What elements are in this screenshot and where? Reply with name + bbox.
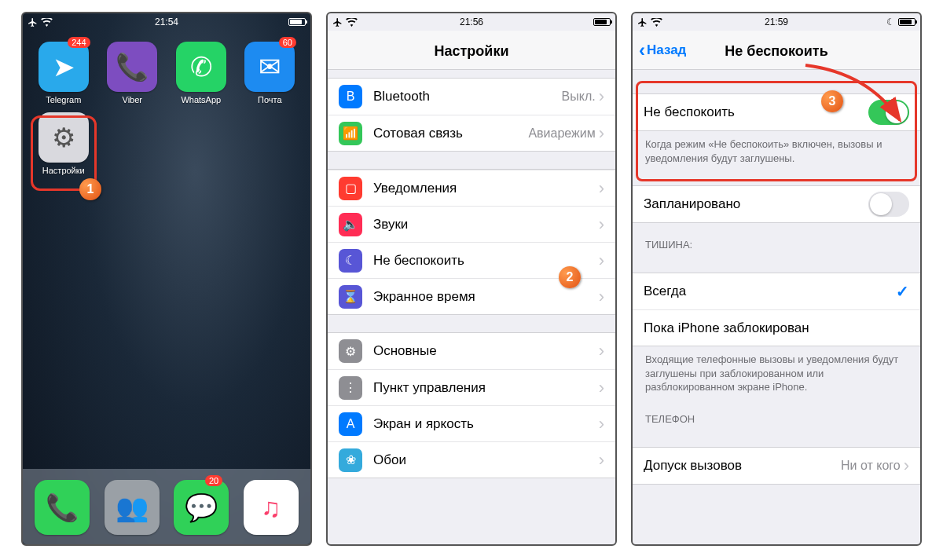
dock: 📞👥💬20♫ <box>23 469 310 544</box>
app-label: Почта <box>258 95 282 104</box>
dnd-list[interactable]: Не беспокоить Когда режим «Не беспокоить… <box>633 93 920 485</box>
row-label: Пункт управления <box>373 380 599 396</box>
row-label: Экран и яркость <box>373 416 599 432</box>
phone-icon: 📞 <box>35 480 90 535</box>
row-label: Звуки <box>373 217 599 232</box>
moon-icon: ☾ <box>886 16 895 27</box>
allow-calls-label: Допуск вызовов <box>644 458 841 474</box>
settings-row[interactable]: ⚙Основные› <box>328 333 615 369</box>
row-icon: ▢ <box>339 177 362 200</box>
dnd-toggle[interactable] <box>868 100 909 125</box>
dock-app-messages[interactable]: 💬20 <box>174 477 229 536</box>
nav-title: ‹ Назад Не беспокоить <box>633 31 920 70</box>
silence-header: ТИШИНА: <box>633 223 920 255</box>
silence-always-row[interactable]: Всегда ✓ <box>633 273 920 309</box>
row-value: Авиарежим <box>528 126 595 141</box>
row-label: Не беспокоить <box>373 253 599 269</box>
chevron-right-icon: › <box>599 251 604 271</box>
airplane-icon <box>332 17 343 27</box>
silence-always-label: Всегда <box>644 284 896 299</box>
airplane-icon <box>637 17 648 27</box>
settings-row[interactable]: 📶Сотовая связьАвиарежим› <box>328 115 615 151</box>
home-screen: 21:54 ➤244Telegram📞Viber✆WhatsApp✉60Почт… <box>21 12 312 546</box>
status-bar: 21:54 <box>23 13 310 31</box>
silence-locked-row[interactable]: Пока iPhone заблокирован <box>633 309 920 346</box>
checkmark-icon: ✓ <box>896 282 909 301</box>
airplane-icon <box>28 17 38 27</box>
row-label: Уведомления <box>373 181 599 196</box>
row-icon: B <box>339 85 362 108</box>
battery-icon <box>898 18 915 26</box>
viber-icon: 📞 <box>107 42 157 92</box>
row-icon: 🔈 <box>339 213 362 236</box>
status-bar: 21:59 ☾ <box>633 13 920 31</box>
mail-icon: ✉ <box>244 42 295 92</box>
settings-row[interactable]: AЭкран и яркость› <box>328 405 615 441</box>
chevron-right-icon: › <box>599 287 604 307</box>
app-viber[interactable]: 📞Viber <box>100 38 166 106</box>
row-label: Сотовая связь <box>373 126 528 141</box>
row-icon: ⋮ <box>339 376 362 400</box>
settings-row[interactable]: 🔈Звуки› <box>328 206 615 242</box>
settings-row[interactable]: ⋮Пункт управления› <box>328 369 615 405</box>
scheduled-row[interactable]: Запланировано <box>633 186 920 222</box>
messages-icon: 💬 <box>174 480 229 535</box>
badge: 244 <box>68 37 90 48</box>
nav-title: Настройки <box>328 31 615 70</box>
dnd-toggle-row[interactable]: Не беспокоить <box>633 94 920 130</box>
silence-footer: Входящие телефонные вызовы и уведомления… <box>633 346 920 397</box>
chevron-right-icon: › <box>904 456 909 476</box>
dnd-footer: Когда режим «Не беспокоить» включен, выз… <box>633 131 920 168</box>
settings-icon: ⚙ <box>39 112 89 163</box>
dock-app-music[interactable]: ♫ <box>244 477 299 536</box>
app-settings[interactable]: ⚙Настройки <box>31 109 97 177</box>
step-badge-2: 2 <box>559 266 581 288</box>
scheduled-toggle[interactable] <box>868 192 909 217</box>
music-icon: ♫ <box>244 480 299 535</box>
app-label: Viber <box>123 95 142 104</box>
chevron-right-icon: › <box>599 214 604 235</box>
allow-calls-row[interactable]: Допуск вызовов Ни от кого › <box>633 448 920 484</box>
chevron-right-icon: › <box>599 341 604 361</box>
dock-app-contacts[interactable]: 👥 <box>105 477 160 536</box>
back-button[interactable]: ‹ Назад <box>639 39 686 61</box>
badge: 60 <box>279 37 296 48</box>
row-icon: 📶 <box>339 122 362 145</box>
row-icon: ☾ <box>339 249 362 273</box>
dock-app-phone[interactable]: 📞 <box>35 477 90 536</box>
app-mail[interactable]: ✉60Почта <box>237 38 303 106</box>
app-label: Настройки <box>42 166 85 175</box>
chevron-right-icon: › <box>599 86 604 107</box>
settings-row[interactable]: BBluetoothВыкл.› <box>328 79 615 115</box>
chevron-left-icon: ‹ <box>639 39 645 61</box>
row-label: Обои <box>373 452 599 468</box>
wifi-icon <box>346 18 358 27</box>
settings-row[interactable]: ❀Обои› <box>328 441 615 478</box>
battery-icon <box>593 18 611 26</box>
app-grid: ➤244Telegram📞Viber✆WhatsApp✉60Почта⚙Наст… <box>23 31 310 177</box>
status-time: 21:59 <box>765 16 788 27</box>
app-label: Telegram <box>46 95 81 104</box>
back-label: Назад <box>647 42 686 58</box>
dnd-screen: 21:59 ☾ ‹ Назад Не беспокоить Не беспоко… <box>631 12 922 546</box>
scheduled-label: Запланировано <box>644 196 868 212</box>
app-whatsapp[interactable]: ✆WhatsApp <box>168 38 234 106</box>
row-label: Bluetooth <box>373 89 562 104</box>
step-badge-1: 1 <box>79 178 101 200</box>
chevron-right-icon: › <box>599 123 604 144</box>
status-time: 21:56 <box>460 16 483 27</box>
badge: 20 <box>205 475 222 486</box>
settings-row[interactable]: ▢Уведомления› <box>328 170 615 206</box>
silence-locked-label: Пока iPhone заблокирован <box>644 320 909 336</box>
telegram-icon: ➤ <box>39 42 89 92</box>
chevron-right-icon: › <box>599 414 604 434</box>
settings-screen: 21:56 Настройки BBluetoothВыкл.›📶Сотовая… <box>326 12 617 546</box>
row-icon: ⌛ <box>339 285 362 309</box>
chevron-right-icon: › <box>599 378 604 398</box>
contacts-icon: 👥 <box>105 480 160 535</box>
row-label: Экранное время <box>373 289 599 305</box>
row-icon: ❀ <box>339 448 362 472</box>
page-title: Не беспокоить <box>725 43 828 59</box>
app-telegram[interactable]: ➤244Telegram <box>31 38 97 106</box>
row-icon: ⚙ <box>339 339 362 363</box>
